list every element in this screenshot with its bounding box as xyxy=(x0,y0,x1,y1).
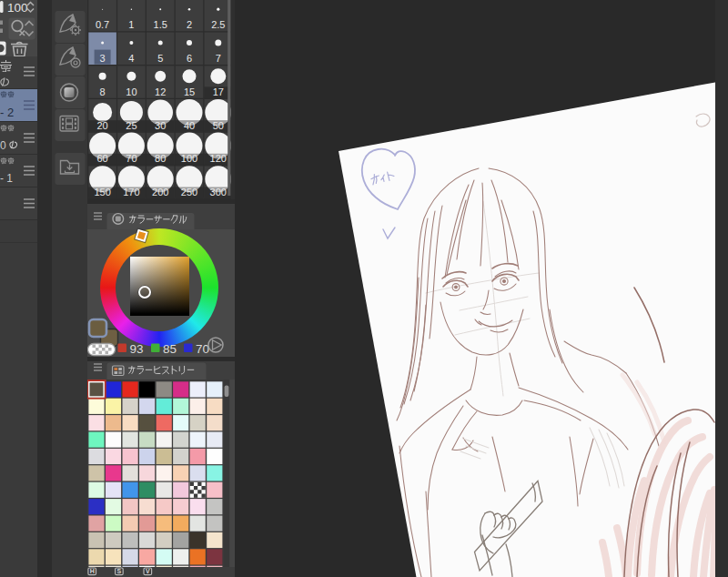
svg-text:3: 3 xyxy=(100,53,106,64)
svg-text:1: 1 xyxy=(128,19,134,30)
svg-text:80: 80 xyxy=(155,153,166,164)
svg-text:100: 100 xyxy=(7,1,28,15)
svg-text:250: 250 xyxy=(181,187,197,197)
svg-text:8: 8 xyxy=(100,86,106,97)
svg-text:6: 6 xyxy=(187,53,192,64)
svg-text:0: 0 xyxy=(0,139,6,152)
svg-text:70: 70 xyxy=(126,153,136,164)
svg-text:10: 10 xyxy=(126,86,136,97)
svg-text:60: 60 xyxy=(96,153,107,164)
svg-text:25: 25 xyxy=(126,120,136,131)
svg-text:300: 300 xyxy=(210,187,227,197)
svg-text:85: 85 xyxy=(163,342,177,356)
svg-text:30: 30 xyxy=(155,120,166,131)
svg-text:100: 100 xyxy=(181,153,197,164)
svg-text:4: 4 xyxy=(128,53,134,64)
svg-text:1.5: 1.5 xyxy=(154,19,167,30)
svg-text:H: H xyxy=(90,568,95,574)
svg-text:- 2: - 2 xyxy=(0,106,14,119)
svg-text:120: 120 xyxy=(210,153,227,164)
svg-text:40: 40 xyxy=(184,120,195,131)
svg-text:150: 150 xyxy=(94,187,110,197)
svg-text:50: 50 xyxy=(213,120,224,131)
svg-text:93: 93 xyxy=(130,342,144,356)
svg-text:12: 12 xyxy=(155,86,166,97)
svg-text:V: V xyxy=(146,568,150,574)
svg-text:15: 15 xyxy=(184,86,195,97)
svg-text:5: 5 xyxy=(157,53,163,64)
svg-text:2.5: 2.5 xyxy=(211,19,225,30)
svg-text:2: 2 xyxy=(187,19,192,30)
svg-text:70: 70 xyxy=(196,342,209,356)
svg-text:200: 200 xyxy=(152,187,168,197)
svg-text:17: 17 xyxy=(213,86,224,97)
svg-text:7: 7 xyxy=(216,53,221,64)
svg-text:S: S xyxy=(117,568,122,574)
svg-text:170: 170 xyxy=(123,187,139,197)
svg-text:20: 20 xyxy=(96,120,107,131)
svg-text:- 1: - 1 xyxy=(0,172,13,185)
svg-text:0.7: 0.7 xyxy=(96,19,109,30)
